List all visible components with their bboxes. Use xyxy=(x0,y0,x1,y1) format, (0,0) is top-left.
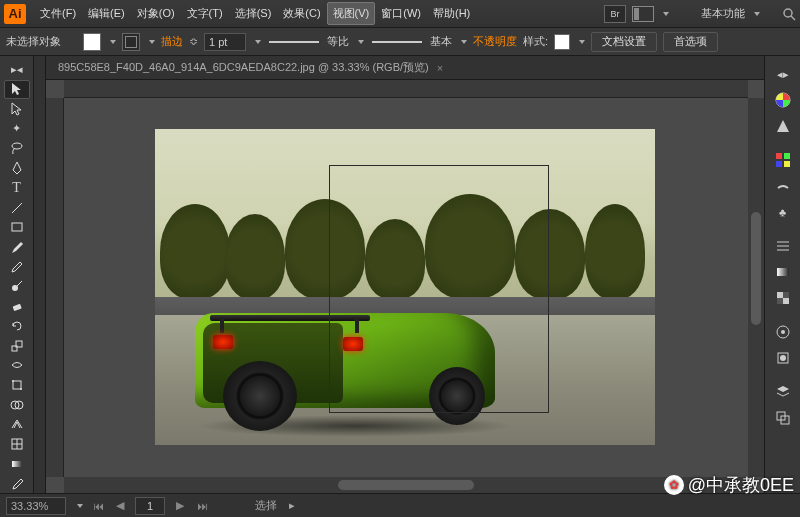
nav-last-icon[interactable]: ⏭ xyxy=(195,499,209,513)
stroke-label[interactable]: 描边 xyxy=(161,34,183,49)
nav-prev-icon[interactable]: ◀ xyxy=(113,499,127,513)
workspace-label[interactable]: 基本功能 xyxy=(701,6,745,21)
svg-point-34 xyxy=(780,355,786,361)
scrollbar-vertical[interactable] xyxy=(748,98,764,477)
svg-rect-26 xyxy=(777,268,789,276)
svg-point-2 xyxy=(12,143,22,149)
swatches-panel-icon[interactable] xyxy=(770,148,796,172)
right-panels: ◂▸ ♣ xyxy=(764,56,800,493)
scale-dropdown-icon[interactable] xyxy=(358,40,364,44)
workspace-dropdown-icon[interactable] xyxy=(754,12,760,16)
bridge-icon[interactable]: Br xyxy=(604,5,626,23)
stroke-panel-icon[interactable] xyxy=(770,234,796,258)
menu-edit[interactable]: 编辑(E) xyxy=(82,2,131,25)
stroke-weight-input[interactable]: 1 pt xyxy=(204,33,246,51)
control-bar: 未选择对象 描边 ≎ 1 pt 等比 基本 不透明度 样式: 文档设置 首选项 xyxy=(0,28,800,56)
stroke-weight-dropdown-icon[interactable] xyxy=(255,40,261,44)
rectangle-tool[interactable] xyxy=(4,218,30,237)
paintbrush-tool[interactable] xyxy=(4,238,30,257)
close-tab-icon[interactable]: × xyxy=(437,62,443,74)
gradient-panel-icon[interactable] xyxy=(770,260,796,284)
menu-bar: Ai 文件(F) 编辑(E) 对象(O) 文字(T) 选择(S) 效果(C) 视… xyxy=(0,0,800,28)
brush-preview[interactable] xyxy=(372,41,422,43)
direct-selection-tool[interactable] xyxy=(4,100,30,119)
magic-wand-tool[interactable]: ✦ xyxy=(4,119,30,138)
menu-select[interactable]: 选择(S) xyxy=(229,2,278,25)
artboards-panel-icon[interactable] xyxy=(770,406,796,430)
lasso-tool[interactable] xyxy=(4,139,30,158)
blob-brush-tool[interactable] xyxy=(4,277,30,296)
style-dropdown-icon[interactable] xyxy=(579,40,585,44)
eyedropper-tool[interactable] xyxy=(4,474,30,493)
svg-rect-19 xyxy=(776,153,782,159)
svg-rect-27 xyxy=(777,292,783,298)
svg-rect-28 xyxy=(783,298,789,304)
document-tab-title: 895C58E8_F40D_46A0_914A_6DC9AEDA8C22.jpg… xyxy=(58,60,429,75)
selection-tool[interactable] xyxy=(4,80,30,99)
shape-builder-tool[interactable] xyxy=(4,395,30,414)
ruler-horizontal[interactable] xyxy=(64,80,748,98)
watermark-icon: ✿ xyxy=(664,475,684,495)
appearance-panel-icon[interactable] xyxy=(770,320,796,344)
color-guide-panel-icon[interactable] xyxy=(770,114,796,138)
document-tab[interactable]: 895C58E8_F40D_46A0_914A_6DC9AEDA8C22.jpg… xyxy=(46,56,764,80)
brush-dropdown-icon[interactable] xyxy=(461,40,467,44)
fill-swatch[interactable] xyxy=(83,33,101,51)
rotate-tool[interactable] xyxy=(4,316,30,335)
scrollbar-horizontal[interactable] xyxy=(64,477,748,493)
panel-collapse-right-icon[interactable]: ◂▸ xyxy=(770,62,796,86)
arrange-dropdown-icon[interactable] xyxy=(663,12,669,16)
search-icon[interactable] xyxy=(782,7,796,21)
document-setup-button[interactable]: 文档设置 xyxy=(591,32,657,52)
menu-view[interactable]: 视图(V) xyxy=(327,2,376,25)
menu-type[interactable]: 文字(T) xyxy=(181,2,229,25)
line-tool[interactable] xyxy=(4,198,30,217)
layers-panel-icon[interactable] xyxy=(770,380,796,404)
menu-help[interactable]: 帮助(H) xyxy=(427,2,476,25)
graphic-styles-panel-icon[interactable] xyxy=(770,346,796,370)
menu-object[interactable]: 对象(O) xyxy=(131,2,181,25)
type-tool[interactable]: T xyxy=(4,178,30,197)
status-tool-label: 选择 xyxy=(255,498,277,513)
main-area: ▸◂ ✦ T 895C58E8_F40D_46A0_914A_6DC9AEDA8… xyxy=(0,56,800,493)
gradient-tool[interactable] xyxy=(4,455,30,474)
width-tool[interactable] xyxy=(4,356,30,375)
canvas-area: 895C58E8_F40D_46A0_914A_6DC9AEDA8C22.jpg… xyxy=(46,56,764,493)
svg-line-1 xyxy=(791,16,795,20)
scroll-thumb-h[interactable] xyxy=(338,480,475,490)
svg-point-32 xyxy=(781,330,785,334)
scroll-thumb-v[interactable] xyxy=(751,212,761,326)
free-transform-tool[interactable] xyxy=(4,376,30,395)
menu-window[interactable]: 窗口(W) xyxy=(375,2,427,25)
menu-effect[interactable]: 效果(C) xyxy=(277,2,326,25)
pen-tool[interactable] xyxy=(4,159,30,178)
stroke-swatch[interactable] xyxy=(122,33,140,51)
brushes-panel-icon[interactable] xyxy=(770,174,796,198)
opacity-label[interactable]: 不透明度 xyxy=(473,34,517,49)
layout-arrange-icon[interactable] xyxy=(632,6,654,22)
color-panel-icon[interactable] xyxy=(770,88,796,112)
stroke-dropdown-icon[interactable] xyxy=(149,40,155,44)
symbols-panel-icon[interactable]: ♣ xyxy=(770,200,796,224)
graphic-style-swatch[interactable] xyxy=(554,34,570,50)
ruler-vertical[interactable] xyxy=(46,98,64,477)
panel-collapse-icon[interactable]: ▸◂ xyxy=(4,60,30,79)
stroke-profile-preview[interactable] xyxy=(269,41,319,43)
scale-tool[interactable] xyxy=(4,336,30,355)
nav-first-icon[interactable]: ⏮ xyxy=(91,499,105,513)
zoom-input[interactable]: 33.33% xyxy=(6,497,66,515)
artboard-nav-input[interactable]: 1 xyxy=(135,497,165,515)
zoom-dropdown-icon[interactable] xyxy=(77,504,83,508)
transparency-panel-icon[interactable] xyxy=(770,286,796,310)
svg-point-11 xyxy=(20,388,22,390)
eraser-tool[interactable] xyxy=(4,297,30,316)
fill-dropdown-icon[interactable] xyxy=(110,40,116,44)
canvas-viewport[interactable] xyxy=(46,80,764,493)
svg-point-0 xyxy=(784,9,792,17)
pencil-tool[interactable] xyxy=(4,257,30,276)
perspective-grid-tool[interactable] xyxy=(4,415,30,434)
menu-file[interactable]: 文件(F) xyxy=(34,2,82,25)
nav-next-icon[interactable]: ▶ xyxy=(173,499,187,513)
mesh-tool[interactable] xyxy=(4,435,30,454)
preferences-button[interactable]: 首选项 xyxy=(663,32,718,52)
